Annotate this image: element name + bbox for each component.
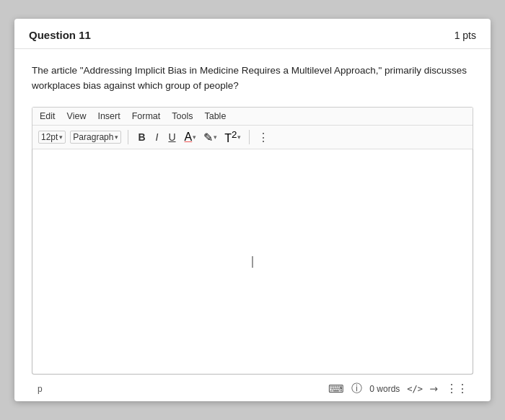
menu-tools[interactable]: Tools	[172, 111, 193, 121]
menu-edit[interactable]: Edit	[40, 111, 56, 121]
font-size-value: 12pt	[41, 132, 58, 142]
formatting-bar: 12pt ▾ Paragraph ▾ B I U A ▾ ✎ ▾	[32, 126, 473, 149]
font-color-chevron: ▾	[193, 134, 196, 141]
keyboard-icon[interactable]: ⌨	[328, 382, 344, 395]
status-right-group: ⌨ ⓘ 0 words </> ↗ ⋮⋮	[328, 382, 467, 395]
question-text: The article "Addressing Implicit Bias in…	[32, 64, 473, 94]
menu-table[interactable]: Table	[204, 111, 226, 121]
paragraph-style-select[interactable]: Paragraph ▾	[70, 131, 121, 144]
card-header: Question 11 1 pts	[14, 19, 491, 49]
menu-insert[interactable]: Insert	[97, 111, 120, 121]
paragraph-chevron: ▾	[115, 134, 118, 141]
word-count: 0 words	[369, 384, 400, 394]
divider-1	[128, 130, 128, 144]
link-button[interactable]: ✎ ▾	[202, 130, 219, 145]
more-dots-icon[interactable]: ⋮⋮	[446, 382, 467, 395]
superscript-label: T2	[224, 129, 237, 145]
more-options-button[interactable]: ⋮	[258, 131, 269, 144]
paragraph-style-value: Paragraph	[73, 132, 113, 142]
status-bar: p ⌨ ⓘ 0 words </> ↗ ⋮⋮	[32, 377, 473, 401]
text-cursor	[252, 256, 253, 268]
font-size-select[interactable]: 12pt ▾	[38, 131, 66, 144]
superscript-chevron: ▾	[237, 134, 241, 141]
quiz-card: Question 11 1 pts The article "Addressin…	[14, 19, 491, 401]
font-size-chevron: ▾	[59, 134, 63, 141]
code-toggle[interactable]: </>	[407, 384, 423, 394]
question-title: Question 11	[29, 29, 91, 41]
card-body: The article "Addressing Implicit Bias in…	[14, 49, 491, 401]
points-label: 1 pts	[454, 30, 476, 41]
toolbar-container: Edit View Insert Format Tools Table 12pt…	[32, 107, 473, 149]
info-icon[interactable]: ⓘ	[351, 382, 362, 395]
menu-format[interactable]: Format	[132, 111, 161, 121]
link-icon: ✎	[203, 131, 213, 144]
divider-2	[249, 130, 250, 144]
superscript-button[interactable]: T2 ▾	[223, 128, 242, 146]
menu-view[interactable]: View	[67, 111, 87, 121]
underline-button[interactable]: U	[165, 131, 178, 144]
bold-button[interactable]: B	[135, 131, 148, 144]
font-color-button[interactable]: A ▾	[183, 130, 198, 144]
italic-button[interactable]: I	[153, 131, 162, 144]
paragraph-tag: p	[38, 384, 43, 394]
resize-icon[interactable]: ↗	[427, 382, 442, 396]
font-color-label: A	[185, 131, 193, 144]
link-chevron: ▾	[214, 134, 217, 141]
menu-bar: Edit View Insert Format Tools Table	[32, 108, 473, 126]
answer-editor[interactable]	[32, 149, 473, 375]
